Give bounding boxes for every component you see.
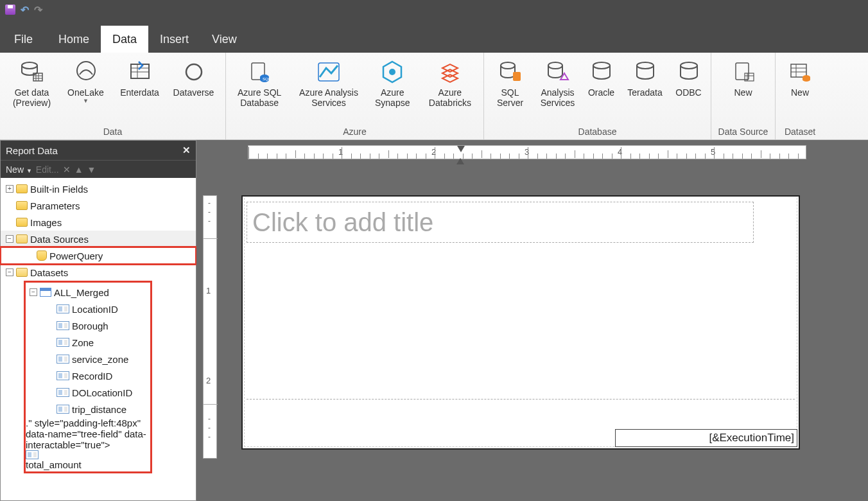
new-dataset-button[interactable]: New (778, 57, 822, 98)
save-icon[interactable] (5, 4, 15, 15)
analysissvc-button[interactable]: Analysis Services (535, 57, 581, 108)
azure-analysis-icon (316, 59, 342, 85)
odbc-button[interactable]: ODBC (670, 57, 708, 98)
design-canvas: 1 2 3 4 5 --- 1 2 --- Click to add title… (196, 140, 868, 501)
new-datasource-button[interactable]: New (717, 57, 770, 98)
field-icon (56, 338, 69, 347)
execution-time-textbox[interactable]: [&ExecutionTime] (615, 429, 797, 447)
ruler-marker-icon[interactable] (457, 146, 465, 152)
oracle-label: Oracle (588, 87, 614, 98)
chevron-down-icon: ▼ (83, 98, 89, 104)
collapse-icon[interactable]: − (6, 235, 13, 243)
collapse-icon[interactable]: − (6, 268, 13, 276)
down-icon[interactable]: ▼ (87, 164, 96, 175)
folder-open-icon (16, 234, 28, 243)
azure-analysis-label: Azure Analysis Services (299, 87, 358, 108)
teradata-button[interactable]: Teradata (622, 57, 668, 98)
onelake-label: OneLake (67, 87, 104, 98)
tree: + Built-in Fields Parameters Images − Da… (1, 178, 196, 476)
field-icon (56, 304, 69, 313)
redo-icon[interactable]: ↷ (34, 4, 42, 16)
ribbon: Get data (Preview) OneLake ▼ Enterdata (0, 53, 868, 140)
tree-field[interactable]: trip_distance (26, 401, 150, 418)
up-icon[interactable]: ▲ (74, 164, 83, 175)
field-icon (56, 405, 69, 414)
sqlserver-label: SQL Server (497, 87, 523, 108)
panel-toolbar: New ▼ Edit... ✕ ▲ ▼ (1, 160, 196, 178)
folder-icon (16, 218, 28, 227)
sqlserver-icon (498, 59, 523, 85)
tree-item-powerquery[interactable]: PowerQuery (1, 247, 196, 264)
sqlserver-button[interactable]: SQL Server (487, 57, 534, 108)
tree-item-datasets[interactable]: − Datasets (1, 264, 196, 281)
azure-synapse-label: Azure Synapse (375, 87, 410, 108)
svg-point-20 (637, 62, 654, 69)
horizontal-ruler: 1 2 3 4 5 (248, 145, 806, 159)
collapse-icon[interactable]: − (30, 288, 37, 296)
tree-item-builtin[interactable]: + Built-in Fields (1, 180, 196, 197)
onelake-icon (73, 59, 99, 85)
tree-field[interactable]: Zone (26, 334, 150, 351)
tab-insert[interactable]: Insert (148, 26, 200, 53)
new-datasource-label: New (734, 87, 752, 98)
tree-item-images[interactable]: Images (1, 214, 196, 231)
azure-databricks-label: Azure Databricks (429, 87, 471, 108)
report-surface[interactable]: Click to add title [&ExecutionTime] (241, 195, 800, 450)
svg-point-18 (548, 62, 562, 69)
new-dropdown[interactable]: New ▼ (6, 164, 32, 175)
dataverse-icon (181, 59, 207, 85)
azure-synapse-icon (379, 59, 405, 85)
svg-point-0 (22, 62, 37, 69)
oracle-button[interactable]: Oracle (582, 57, 621, 98)
tree-item-datasources[interactable]: − Data Sources (1, 231, 196, 247)
group-label-datasource: Data Source (714, 125, 772, 138)
report-title-placeholder[interactable]: Click to add title (247, 202, 754, 243)
enterdata-icon (127, 59, 153, 85)
onelake-button[interactable]: OneLake ▼ (60, 57, 112, 104)
tab-home[interactable]: Home (47, 26, 101, 53)
folder-open-icon (16, 268, 28, 277)
panel-title: Report Data (6, 145, 58, 156)
dataverse-button[interactable]: Dataverse (168, 57, 220, 98)
svg-point-15 (389, 69, 395, 75)
enterdata-button[interactable]: Enterdata (114, 57, 166, 98)
enterdata-label: Enterdata (120, 87, 159, 98)
tab-data[interactable]: Data (101, 26, 148, 53)
dataverse-label: Dataverse (173, 87, 214, 98)
teradata-icon (632, 59, 658, 85)
tree-field[interactable]: LocationID (26, 301, 150, 317)
azure-databricks-icon (437, 59, 463, 85)
quick-access-toolbar: ↶ ↷ (0, 0, 868, 19)
ruler-marker-icon[interactable] (456, 158, 464, 164)
group-label-dataset: Dataset (778, 125, 822, 138)
teradata-label: Teradata (627, 87, 662, 98)
tab-view[interactable]: View (200, 26, 248, 53)
svg-rect-17 (513, 72, 521, 81)
ribbon-group-data: Get data (Preview) OneLake ▼ Enterdata (0, 53, 226, 139)
expand-icon[interactable]: + (6, 185, 13, 193)
tab-file[interactable]: File (0, 26, 47, 53)
tree-field[interactable]: RecordID (26, 367, 150, 384)
tree-field[interactable]: service_zone (26, 351, 150, 367)
odbc-label: ODBC (675, 87, 701, 98)
azure-sql-label: Azure SQL Database (238, 87, 281, 108)
get-data-button[interactable]: Get data (Preview) (6, 57, 58, 108)
azure-sql-icon: SQL (247, 59, 272, 85)
field-icon (26, 450, 39, 459)
azure-synapse-button[interactable]: Azure Synapse (367, 57, 418, 108)
azure-databricks-button[interactable]: Azure Databricks (419, 57, 481, 108)
report-body[interactable] (247, 248, 795, 400)
odbc-icon (676, 59, 702, 85)
undo-icon[interactable]: ↶ (21, 4, 29, 16)
azure-sql-button[interactable]: SQL Azure SQL Database (229, 57, 290, 108)
tree-field[interactable]: DOLocationID (26, 384, 150, 401)
azure-analysis-button[interactable]: Azure Analysis Services (291, 57, 366, 108)
close-icon[interactable]: ✕ (182, 145, 191, 156)
tree-item-allmerged[interactable]: − ALL_Merged (26, 284, 150, 301)
tree-field[interactable]: Borough (26, 317, 150, 334)
delete-icon[interactable]: ✕ (63, 164, 71, 175)
tree-item-parameters[interactable]: Parameters (1, 197, 196, 214)
highlighted-dataset-box: − ALL_Merged LocationID Borough Zone ser… (24, 281, 152, 473)
folder-icon (16, 184, 28, 193)
menu-tabs: File Home Data Insert View (0, 19, 868, 53)
